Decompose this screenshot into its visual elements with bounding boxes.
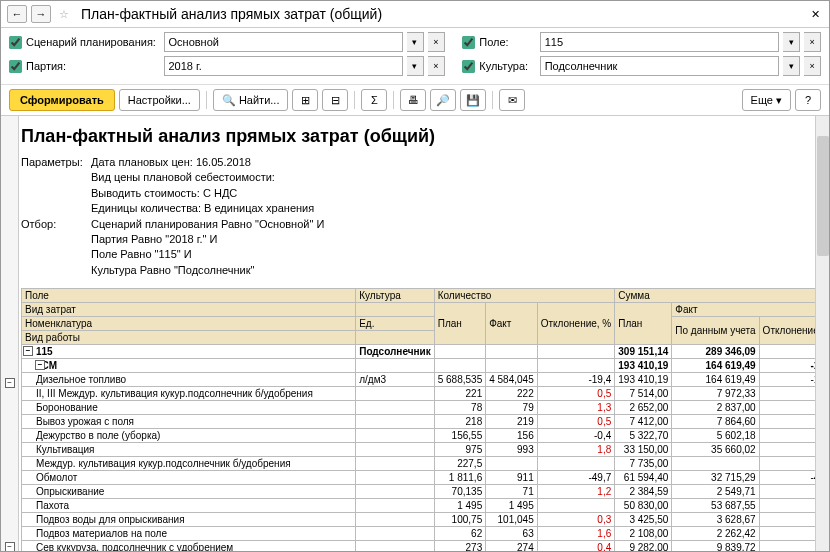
- ruler-collapse-2[interactable]: −: [5, 542, 15, 551]
- cell: 5 602,18: [672, 429, 759, 443]
- culture-dropdown-icon[interactable]: ▾: [783, 56, 800, 76]
- sum-icon[interactable]: Σ: [361, 89, 387, 111]
- party-input[interactable]: [164, 56, 403, 76]
- close-button[interactable]: ✕: [807, 6, 823, 22]
- cell: 71: [486, 485, 538, 499]
- cell: 32 715,29: [672, 471, 759, 485]
- table-row[interactable]: Пахота1 4951 49550 830,0053 687,555,6: [22, 499, 830, 513]
- filter-body: Сценарий планирования Равно "Основной" И…: [91, 217, 324, 279]
- preview-icon[interactable]: 🔎: [430, 89, 456, 111]
- table-row[interactable]: Дежурство в поле (уборка)156,55156-0,45 …: [22, 429, 830, 443]
- back-button[interactable]: ←: [7, 5, 27, 23]
- culture-clear-icon[interactable]: ×: [804, 56, 821, 76]
- row-name: Вывоз урожая с поля: [36, 416, 134, 427]
- culture-label: Культура:: [479, 60, 535, 72]
- scenario-dropdown-icon[interactable]: ▾: [407, 32, 424, 52]
- hdr-by-accounting: По данным учета: [672, 317, 759, 345]
- print-icon[interactable]: 🖶: [400, 89, 426, 111]
- cell: 7 972,33: [672, 387, 759, 401]
- vertical-scrollbar[interactable]: [815, 116, 829, 551]
- table-row[interactable]: −115Подсолнечник309 151,14289 346,09-6,4…: [22, 345, 830, 359]
- table-row[interactable]: Дизельное топливол/дм35 688,5354 584,045…: [22, 373, 830, 387]
- culture-input[interactable]: [540, 56, 779, 76]
- row-collapse-icon[interactable]: −: [35, 360, 45, 370]
- row-name: Сев кукуруза, подсолнечник с удобрением: [36, 542, 233, 551]
- cell: 0,3: [537, 513, 615, 527]
- report-title: План-фактный анализ прямых затрат (общий…: [21, 126, 829, 147]
- row-name: Пахота: [36, 500, 69, 511]
- cell: 35 660,02: [672, 443, 759, 457]
- cell: 4 584,045: [486, 373, 538, 387]
- help-icon[interactable]: ?: [795, 89, 821, 111]
- hdr-cost-type: Вид затрат: [22, 303, 356, 317]
- cell: [356, 387, 435, 401]
- table-row[interactable]: Боронование78791,32 652,002 837,007,0: [22, 401, 830, 415]
- cell: 100,75: [434, 513, 486, 527]
- cell: 0,5: [537, 387, 615, 401]
- table-row[interactable]: Обмолот1 811,6911-49,761 594,4032 715,29…: [22, 471, 830, 485]
- party-checkbox[interactable]: [9, 60, 22, 73]
- collapse-tree-icon[interactable]: ⊟: [322, 89, 348, 111]
- table-row[interactable]: Опрыскивание70,135711,22 384,592 549,716…: [22, 485, 830, 499]
- cell: [356, 527, 435, 541]
- cell: 993: [486, 443, 538, 457]
- field-checkbox[interactable]: [462, 36, 475, 49]
- field-clear-icon[interactable]: ×: [804, 32, 821, 52]
- row-name: Опрыскивание: [36, 486, 104, 497]
- cell: 79: [486, 401, 538, 415]
- cell: [356, 415, 435, 429]
- scenario-input[interactable]: [164, 32, 403, 52]
- cell: 1 495: [486, 499, 538, 513]
- cell: 70,135: [434, 485, 486, 499]
- cell: [356, 499, 435, 513]
- table-row[interactable]: Междур. культивация кукур.подсолнечник б…: [22, 457, 830, 471]
- table-row[interactable]: II, III Междур. культивация кукур.подсол…: [22, 387, 830, 401]
- cell: 227,5: [434, 457, 486, 471]
- table-row[interactable]: Подвоз воды для опрыскивания100,75101,04…: [22, 513, 830, 527]
- cell: [672, 457, 759, 471]
- party-dropdown-icon[interactable]: ▾: [407, 56, 424, 76]
- table-row[interactable]: Подвоз материалов на поле62631,62 108,00…: [22, 527, 830, 541]
- hdr-dev-qty: Отклонение, %: [537, 303, 615, 345]
- party-label: Партия:: [26, 60, 160, 72]
- table-row[interactable]: Вывоз урожая с поля2182190,57 412,007 86…: [22, 415, 830, 429]
- row-name: Дизельное топливо: [36, 374, 126, 385]
- hdr-fact-qty: Факт: [486, 303, 538, 345]
- row-name: Подвоз воды для опрыскивания: [36, 514, 185, 525]
- cell: 7 412,00: [615, 415, 672, 429]
- expand-tree-icon[interactable]: ⊞: [292, 89, 318, 111]
- more-button[interactable]: Еще ▾: [742, 89, 791, 111]
- cell: 0,4: [537, 541, 615, 551]
- ruler-collapse-1[interactable]: −: [5, 378, 15, 388]
- party-clear-icon[interactable]: ×: [428, 56, 445, 76]
- save-icon[interactable]: 💾: [460, 89, 486, 111]
- report-viewport[interactable]: − − План-фактный анализ прямых затрат (о…: [1, 115, 829, 551]
- row-collapse-icon[interactable]: −: [23, 346, 33, 356]
- cell: [486, 345, 538, 359]
- cell: [356, 401, 435, 415]
- forward-button[interactable]: →: [31, 5, 51, 23]
- row-name: Боронование: [36, 402, 98, 413]
- cell: 0,5: [537, 415, 615, 429]
- cell: -19,4: [537, 373, 615, 387]
- field-input[interactable]: [540, 32, 779, 52]
- table-row[interactable]: Культивация9759931,833 150,0035 660,027,…: [22, 443, 830, 457]
- table-row[interactable]: Сев кукуруза, подсолнечник с удобрением2…: [22, 541, 830, 551]
- form-button[interactable]: Сформировать: [9, 89, 115, 111]
- favorite-icon[interactable]: ☆: [55, 5, 73, 23]
- scenario-checkbox[interactable]: [9, 36, 22, 49]
- culture-checkbox[interactable]: [462, 60, 475, 73]
- cell: -49,7: [537, 471, 615, 485]
- cell: [434, 345, 486, 359]
- scenario-clear-icon[interactable]: ×: [428, 32, 445, 52]
- cell: [356, 429, 435, 443]
- field-dropdown-icon[interactable]: ▾: [783, 32, 800, 52]
- settings-button[interactable]: Настройки...: [119, 89, 200, 111]
- cell: 2 549,71: [672, 485, 759, 499]
- hdr-unit: Ед.: [356, 317, 435, 331]
- cell: 101,045: [486, 513, 538, 527]
- email-icon[interactable]: ✉: [499, 89, 525, 111]
- cell: [537, 499, 615, 513]
- find-button[interactable]: 🔍Найти...: [213, 89, 289, 111]
- table-row[interactable]: −ГСМ193 410,19164 619,49-14,9: [22, 359, 830, 373]
